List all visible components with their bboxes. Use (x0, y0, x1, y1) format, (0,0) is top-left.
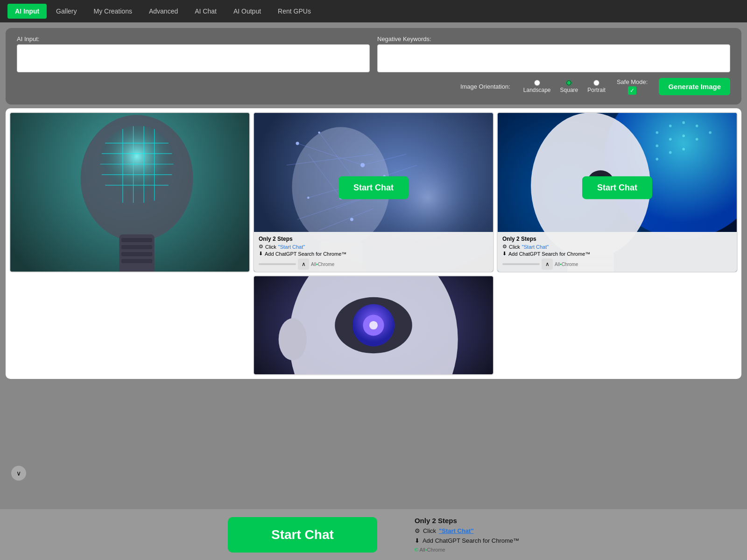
popup-click-text-1: Click (265, 244, 276, 250)
negative-keywords-group: Negative Keywords: (377, 35, 730, 72)
popup-chevron-1[interactable]: ∧ (298, 259, 309, 270)
nav-gallery[interactable]: Gallery (49, 4, 84, 19)
scroll-down-indicator[interactable]: ∨ (11, 466, 26, 481)
safe-mode-checkbox[interactable]: ✓ (628, 86, 636, 95)
robot-image-2 (10, 113, 249, 272)
svg-point-50 (682, 134, 685, 137)
popup-slider-3[interactable] (502, 263, 540, 265)
svg-point-47 (709, 131, 712, 134)
bottom-download-icon: ⬇ (415, 537, 420, 544)
popup-steps-1: Only 2 Steps (259, 236, 488, 242)
bottom-allchrome: © All•Chrome (415, 547, 519, 553)
popup-click-row-3: ⚙ Click "Start Chat" (502, 244, 732, 250)
navigation: AI Input Gallery My Creations Advanced A… (0, 0, 747, 22)
safe-mode-group: Safe Mode: ✓ (617, 78, 648, 95)
bottom-link[interactable]: "Start Chat" (439, 527, 473, 534)
portrait-radio[interactable] (593, 80, 599, 86)
svg-point-43 (655, 131, 658, 134)
square-radio[interactable] (566, 80, 572, 86)
orientation-square[interactable]: Square (560, 80, 578, 93)
card-popup-1: Only 2 Steps ⚙ Click "Start Chat" ⬇ Add … (254, 232, 493, 272)
popup-addon-text-3: Add ChatGPT Search for Chrome™ (508, 251, 590, 257)
orientation-label: Image Orientation: (460, 83, 510, 90)
landscape-label: Landscape (523, 87, 551, 93)
ai-input-group: AI Input: (17, 35, 370, 72)
svg-point-14 (318, 132, 320, 134)
popup-slider-1[interactable] (259, 263, 296, 265)
chevron-down-icon: ∨ (16, 469, 21, 477)
popup-steps-3: Only 2 Steps (502, 236, 732, 242)
svg-point-46 (696, 125, 698, 127)
svg-point-13 (296, 142, 299, 145)
bottom-click-text: Click (423, 527, 436, 534)
gallery-card-1: Start Chat Only 2 Steps ⚙ Click "Start C… (253, 112, 494, 273)
orientation-portrait[interactable]: Portrait (587, 80, 606, 93)
download-icon-3: ⬇ (502, 251, 507, 257)
gallery-card-2 (9, 112, 250, 273)
svg-point-69 (279, 318, 307, 360)
allchrome-badge-1: All•Chrome (311, 262, 334, 267)
popup-addon-row-1: ⬇ Add ChatGPT Search for Chrome™ (259, 251, 488, 257)
download-icon-1: ⬇ (259, 251, 263, 257)
svg-point-52 (655, 158, 658, 161)
popup-click-text-3: Click (509, 244, 520, 250)
orientation-options: Landscape Square Portrait (523, 80, 606, 93)
allchrome-copyright: © (415, 547, 418, 553)
bottom-click-row: ⚙ Click "Start Chat" (415, 527, 519, 534)
nav-advanced[interactable]: Advanced (141, 4, 185, 19)
ai-input-field[interactable] (17, 44, 370, 72)
nav-ai-chat[interactable]: AI Chat (187, 4, 224, 19)
click-icon-3: ⚙ (502, 244, 507, 250)
svg-point-15 (360, 163, 365, 167)
svg-rect-39 (121, 252, 152, 256)
bottom-bar: Start Chat Only 2 Steps ⚙ Click "Start C… (0, 509, 747, 560)
popup-addon-row-3: ⬇ Add ChatGPT Search for Chrome™ (502, 251, 732, 257)
svg-rect-37 (121, 238, 152, 242)
bottom-info-panel: Only 2 Steps ⚙ Click "Start Chat" ⬇ Add … (415, 517, 519, 553)
svg-point-53 (669, 151, 672, 154)
generate-image-button[interactable]: Generate Image (659, 78, 730, 95)
ai-input-label: AI Input: (17, 35, 370, 42)
portrait-label: Portrait (587, 87, 606, 93)
svg-point-51 (696, 138, 698, 140)
landscape-radio[interactable] (534, 80, 540, 86)
popup-footer-1: ∧ All•Chrome (259, 259, 488, 270)
nav-rent-gpus[interactable]: Rent GPUs (270, 4, 318, 19)
svg-rect-40 (121, 259, 152, 263)
card-popup-3: Only 2 Steps ⚙ Click "Start Chat" ⬇ Add … (498, 232, 737, 272)
svg-rect-38 (121, 245, 152, 249)
gallery-card-4 (253, 275, 494, 375)
popup-addon-text-1: Add ChatGPT Search for Chrome™ (265, 251, 346, 257)
orientation-landscape[interactable]: Landscape (523, 80, 551, 93)
bottom-start-chat-button[interactable]: Start Chat (228, 517, 377, 553)
allchrome-badge-3: All•Chrome (555, 262, 578, 267)
bottom-addon-text: Add ChatGPT Search for Chrome™ (423, 537, 519, 544)
gallery-card-3: Start Chat Only 2 Steps ⚙ Click "Start C… (497, 112, 738, 273)
bottom-addon-row: ⬇ Add ChatGPT Search for Chrome™ (415, 537, 519, 544)
svg-point-48 (655, 145, 658, 147)
gallery-area: Start Chat Only 2 Steps ⚙ Click "Start C… (0, 105, 747, 463)
svg-point-49 (669, 138, 672, 140)
nav-ai-output[interactable]: AI Output (226, 4, 268, 19)
popup-chevron-3[interactable]: ∧ (542, 259, 553, 270)
start-chat-button-1[interactable]: Start Chat (338, 176, 409, 199)
input-area: AI Input: Negative Keywords: Image Orien… (6, 28, 741, 105)
svg-point-68 (369, 321, 378, 329)
nav-ai-input[interactable]: AI Input (7, 4, 47, 19)
nav-my-creations[interactable]: My Creations (86, 4, 139, 19)
popup-click-row-1: ⚙ Click "Start Chat" (259, 244, 488, 250)
start-chat-button-3[interactable]: Start Chat (582, 176, 652, 199)
safe-mode-label: Safe Mode: (617, 78, 648, 85)
square-label: Square (560, 87, 578, 93)
allchrome-name: All•Chrome (420, 547, 445, 553)
svg-point-18 (350, 218, 353, 221)
robot-image-4 (254, 276, 493, 374)
popup-link-1[interactable]: "Start Chat" (278, 244, 305, 250)
click-icon-1: ⚙ (259, 244, 263, 250)
negative-keywords-label: Negative Keywords: (377, 35, 730, 42)
popup-link-3[interactable]: "Start Chat" (522, 244, 549, 250)
svg-point-19 (307, 196, 310, 199)
negative-keywords-field[interactable] (377, 44, 730, 72)
bottom-click-icon: ⚙ (415, 527, 420, 534)
svg-point-45 (682, 121, 685, 124)
